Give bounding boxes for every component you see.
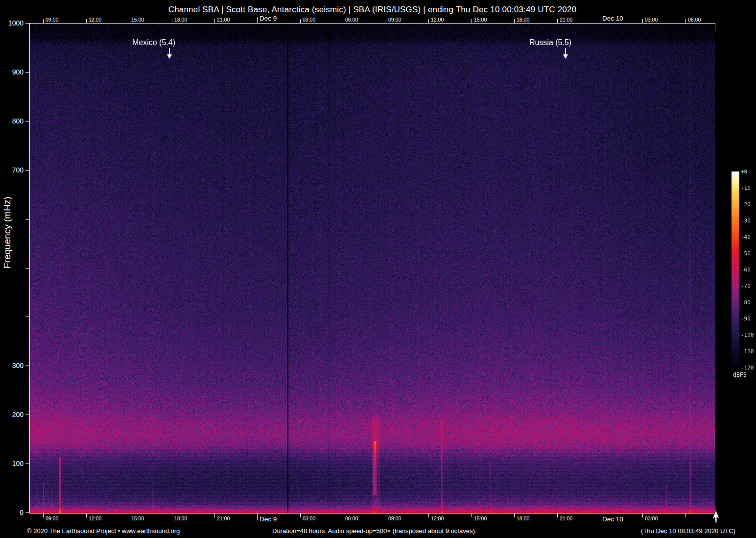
- x-tick-bottom: [386, 514, 386, 517]
- page-title: Channel SBA | Scott Base, Antarctica (se…: [30, 5, 715, 15]
- x-tick-bottom: [642, 514, 643, 517]
- x-tick-bottom: [257, 514, 258, 520]
- x-tick-top: [472, 19, 472, 23]
- x-tick-bottom: [300, 514, 301, 517]
- y-tick-label: 700: [0, 166, 24, 174]
- x-tick-label-bottom: Dec 10: [602, 515, 623, 523]
- mouse-cursor-icon: [711, 510, 721, 524]
- colorbar-tick-label: -60: [741, 267, 751, 273]
- y-tick: [25, 23, 29, 24]
- y-tick: [25, 415, 29, 415]
- x-tick-top: [43, 19, 44, 23]
- x-tick-top: [343, 19, 343, 23]
- x-tick-top: [386, 19, 386, 23]
- y-tick: [25, 170, 29, 171]
- x-tick-label-bottom: 21:00: [217, 515, 230, 521]
- colorbar-tick-label: +0: [741, 169, 747, 175]
- y-tick: [25, 513, 29, 513]
- colorbar-tick-label: -90: [741, 316, 751, 322]
- colorbar-title: dBFS: [733, 371, 747, 378]
- x-tick-label-bottom: 15:00: [131, 515, 144, 521]
- x-tick-top: [129, 19, 129, 23]
- x-tick-label-top: 09:00: [46, 17, 58, 23]
- x-tick-bottom: [86, 514, 87, 517]
- x-tick-bottom: [428, 514, 429, 517]
- y-tick-label: 200: [0, 411, 24, 418]
- x-tick-bottom: [43, 514, 44, 517]
- x-tick-top: [172, 19, 172, 23]
- x-tick-label-top: 12:00: [89, 17, 101, 23]
- x-tick-top: [642, 19, 643, 23]
- bottom-axis-line: [29, 513, 715, 514]
- colorbar-tick-label: -30: [741, 218, 751, 224]
- x-tick-top: [300, 19, 301, 23]
- x-tick-label-top: 21:00: [560, 17, 572, 23]
- x-tick-label-bottom: Dec 9: [260, 515, 277, 523]
- x-tick-bottom: [214, 514, 215, 517]
- footer-duration: Duration=48 hours. Audio speed-up=500× (…: [272, 527, 476, 535]
- x-tick-top: [257, 17, 258, 23]
- top-axis-end-tick: [715, 24, 715, 31]
- x-tick-label-bottom: 18:00: [517, 515, 529, 521]
- x-tick-bottom: [557, 514, 558, 517]
- y-tick: [25, 366, 29, 366]
- colorbar-tick-label: -120: [741, 365, 754, 371]
- colorbar-tick-label: -10: [741, 185, 751, 191]
- x-tick-label-top: 15:00: [474, 17, 487, 23]
- top-axis-line: [29, 23, 715, 24]
- colorbar-tick-label: -100: [741, 332, 754, 338]
- x-tick-label-bottom: 03:00: [303, 515, 315, 521]
- x-tick-label-top: 21:00: [217, 17, 230, 23]
- x-tick-label-top: Dec 9: [260, 15, 277, 22]
- x-tick-label-top: 12:00: [431, 17, 444, 23]
- x-tick-label-top: 03:00: [303, 17, 315, 23]
- left-axis-line: [29, 23, 30, 514]
- y-tick-label: 1000: [0, 19, 24, 27]
- x-tick-bottom: [343, 514, 343, 517]
- y-tick: [25, 219, 29, 220]
- x-tick-bottom: [172, 514, 172, 517]
- x-tick-label-bottom: 15:00: [474, 515, 487, 521]
- y-tick-label: 0: [0, 509, 24, 516]
- y-tick: [25, 72, 29, 73]
- x-tick-top: [514, 19, 515, 23]
- x-tick-top: [600, 17, 600, 23]
- x-tick-label-top: 03:00: [645, 17, 658, 23]
- footer-timestamp: (Thu Dec 10 08:03:49 2020 UTC): [641, 527, 735, 535]
- y-tick: [25, 268, 29, 269]
- y-axis-title: Frequency (mHz): [2, 196, 13, 269]
- x-tick-bottom: [129, 514, 129, 517]
- x-tick-label-bottom: 09:00: [388, 515, 401, 521]
- x-tick-top: [86, 19, 87, 23]
- colorbar-tick-label: -20: [741, 201, 751, 208]
- x-tick-top: [685, 19, 686, 23]
- y-tick: [25, 121, 29, 122]
- down-arrow-icon: [166, 48, 172, 59]
- colorbar-tick-label: -40: [741, 234, 751, 240]
- x-tick-bottom: [514, 514, 515, 517]
- y-tick: [25, 317, 29, 317]
- footer-copyright: © 2020 The Earthsound Project • www.eart…: [27, 527, 180, 535]
- x-tick-top: [214, 19, 215, 23]
- x-tick-label-top: 18:00: [174, 17, 187, 23]
- x-tick-label-top: 15:00: [131, 17, 144, 23]
- x-tick-label-bottom: 06:00: [345, 515, 358, 521]
- x-tick-label-bottom: 09:00: [46, 515, 58, 521]
- spectrogram-app: Channel SBA | Scott Base, Antarctica (se…: [0, 0, 756, 538]
- y-tick-label: 100: [0, 460, 24, 467]
- y-tick-label: 900: [0, 68, 24, 76]
- colorbar-tick-label: -50: [741, 250, 751, 257]
- x-tick-label-top: 06:00: [345, 17, 358, 23]
- x-tick-label-top: 06:00: [688, 17, 701, 23]
- x-tick-bottom: [685, 514, 686, 517]
- x-tick-top: [557, 19, 558, 23]
- y-tick: [25, 464, 29, 464]
- x-tick-label-bottom: 21:00: [560, 515, 572, 521]
- x-tick-label-bottom: 12:00: [89, 515, 101, 521]
- colorbar-tick-label: -80: [741, 299, 751, 306]
- x-tick-label-bottom: 12:00: [431, 515, 444, 521]
- colorbar-gradient: [732, 171, 739, 367]
- x-tick-top: [428, 19, 429, 23]
- x-tick-label-bottom: 18:00: [174, 515, 187, 521]
- x-tick-label-top: Dec 10: [602, 15, 623, 22]
